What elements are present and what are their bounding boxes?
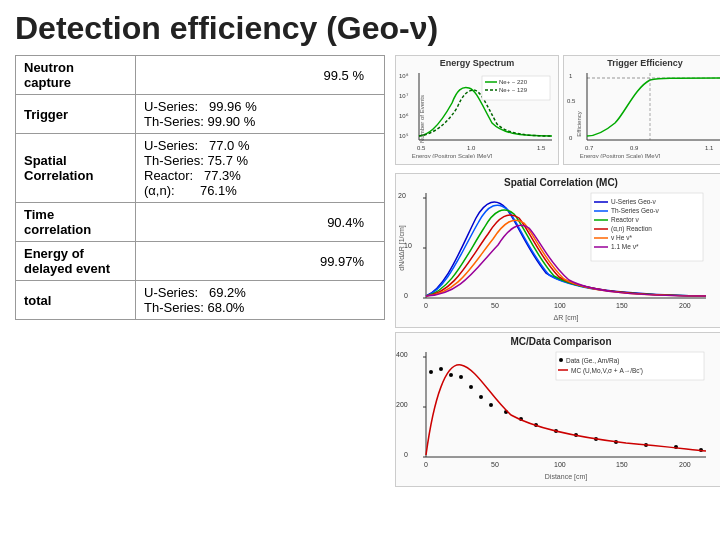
- svg-text:ΔR [cm]: ΔR [cm]: [554, 314, 579, 322]
- y-axis-label-eff: Efficiency: [576, 111, 582, 137]
- mc-data-title: MC/Data Comparison: [396, 333, 720, 347]
- svg-text:1.1 Me ν*: 1.1 Me ν*: [611, 243, 639, 250]
- energy-spectrum-chart: Energy Spectrum 10⁸ 10⁷ 10⁶ 10⁵ 0.5 1.0 …: [395, 55, 559, 165]
- row-label: Timecorrelation: [16, 203, 136, 242]
- table-row: Energy ofdelayed event 99.97%: [16, 242, 385, 281]
- svg-text:0.5: 0.5: [567, 98, 576, 104]
- svg-text:200: 200: [679, 461, 691, 468]
- svg-text:Data (Ge., Am/Ra): Data (Ge., Am/Ra): [566, 357, 619, 365]
- energy-spectrum-title: Energy Spectrum: [396, 56, 558, 68]
- svg-text:1.0: 1.0: [467, 145, 476, 151]
- svg-text:150: 150: [616, 461, 628, 468]
- svg-text:(α,n) Reaction: (α,n) Reaction: [611, 225, 652, 233]
- svg-text:U-Series Geo-ν: U-Series Geo-ν: [611, 198, 656, 205]
- svg-text:20: 20: [398, 192, 406, 199]
- svg-point-68: [429, 370, 433, 374]
- svg-text:0: 0: [424, 302, 428, 309]
- svg-text:dN/dΔR [1/cm]: dN/dΔR [1/cm]: [398, 225, 406, 271]
- spatial-corr-title: Spatial Correlation (MC): [396, 174, 720, 188]
- svg-text:400: 400: [396, 351, 408, 358]
- svg-text:MC (U,Μο,V,σ + A→/Bc'): MC (U,Μο,V,σ + A→/Bc'): [571, 367, 643, 375]
- svg-text:1.5: 1.5: [537, 145, 546, 151]
- svg-text:100: 100: [554, 302, 566, 309]
- svg-point-86: [559, 358, 563, 362]
- svg-text:200: 200: [396, 401, 408, 408]
- svg-text:Energy (Positron Scale) [MeV]: Energy (Positron Scale) [MeV]: [580, 153, 661, 158]
- svg-text:0: 0: [569, 135, 573, 141]
- svg-point-72: [469, 385, 473, 389]
- row-label: Energy ofdelayed event: [16, 242, 136, 281]
- svg-text:Distance [cm]: Distance [cm]: [545, 473, 587, 481]
- svg-text:100: 100: [554, 461, 566, 468]
- main-content: Neutroncapture 99.5 % Trigger U-Series: …: [15, 55, 705, 487]
- y-axis-label: Number of Events: [419, 95, 425, 143]
- row-label: total: [16, 281, 136, 320]
- svg-text:50: 50: [491, 302, 499, 309]
- svg-point-74: [489, 403, 493, 407]
- svg-text:10⁷: 10⁷: [399, 93, 409, 99]
- svg-point-71: [459, 375, 463, 379]
- svg-text:Reactor ν: Reactor ν: [611, 216, 639, 223]
- svg-text:1.1: 1.1: [705, 145, 714, 151]
- svg-text:10⁵: 10⁵: [399, 133, 409, 139]
- top-charts: Energy Spectrum 10⁸ 10⁷ 10⁶ 10⁵ 0.5 1.0 …: [395, 55, 720, 165]
- row-value: 99.5 %: [136, 56, 385, 95]
- row-label: Trigger: [16, 95, 136, 134]
- row-label: Neutroncapture: [16, 56, 136, 95]
- svg-text:0.9: 0.9: [630, 145, 639, 151]
- row-value: 90.4%: [136, 203, 385, 242]
- svg-text:50: 50: [491, 461, 499, 468]
- svg-text:10⁸: 10⁸: [399, 73, 409, 79]
- svg-point-69: [439, 367, 443, 371]
- right-section: Energy Spectrum 10⁸ 10⁷ 10⁶ 10⁵ 0.5 1.0 …: [395, 55, 720, 487]
- table-row: Timecorrelation 90.4%: [16, 203, 385, 242]
- row-label: SpatialCorrelation: [16, 134, 136, 203]
- svg-text:Th-Series Geo-ν: Th-Series Geo-ν: [611, 207, 659, 214]
- row-value: 99.97%: [136, 242, 385, 281]
- svg-text:Ne+ ~ 220: Ne+ ~ 220: [499, 79, 528, 85]
- table-row: Neutroncapture 99.5 %: [16, 56, 385, 95]
- row-value: U-Series: 99.96 % Th-Series: 99.90 %: [136, 95, 385, 134]
- svg-text:Ne+ ~ 129: Ne+ ~ 129: [499, 87, 528, 93]
- table-row: SpatialCorrelation U-Series: 77.0 % Th-S…: [16, 134, 385, 203]
- svg-text:v He ν*: v He ν*: [611, 234, 632, 241]
- svg-text:200: 200: [679, 302, 691, 309]
- svg-text:1: 1: [569, 73, 573, 79]
- row-value: U-Series: 77.0 % Th-Series: 75.7 % React…: [136, 134, 385, 203]
- svg-text:0: 0: [404, 292, 408, 299]
- table-row: total U-Series: 69.2% Th-Series: 68.0%: [16, 281, 385, 320]
- trigger-efficiency-title: Trigger Efficiency: [564, 56, 720, 68]
- svg-text:Energy (Positron Scale) [MeV]: Energy (Positron Scale) [MeV]: [412, 153, 493, 158]
- svg-text:0: 0: [404, 451, 408, 458]
- row-value: U-Series: 69.2% Th-Series: 68.0%: [136, 281, 385, 320]
- svg-point-70: [449, 373, 453, 377]
- svg-text:0: 0: [424, 461, 428, 468]
- svg-text:150: 150: [616, 302, 628, 309]
- table-row: Trigger U-Series: 99.96 % Th-Series: 99.…: [16, 95, 385, 134]
- page-title: Detection efficiency (Geo-ν): [15, 10, 705, 47]
- svg-point-73: [479, 395, 483, 399]
- trigger-efficiency-chart: Trigger Efficiency 1 0.5 0 0.7 0.9 1.1: [563, 55, 720, 165]
- svg-text:0.7: 0.7: [585, 145, 594, 151]
- svg-text:10⁶: 10⁶: [399, 113, 409, 119]
- svg-text:10: 10: [404, 242, 412, 249]
- spatial-correlation-chart: Spatial Correlation (MC) 20 10 0 0 50 10…: [395, 173, 720, 328]
- efficiency-table: Neutroncapture 99.5 % Trigger U-Series: …: [15, 55, 385, 320]
- mc-data-comparison-chart: MC/Data Comparison 400 200 0 0 50 100 15…: [395, 332, 720, 487]
- svg-text:0.5: 0.5: [417, 145, 426, 151]
- left-section: Neutroncapture 99.5 % Trigger U-Series: …: [15, 55, 385, 487]
